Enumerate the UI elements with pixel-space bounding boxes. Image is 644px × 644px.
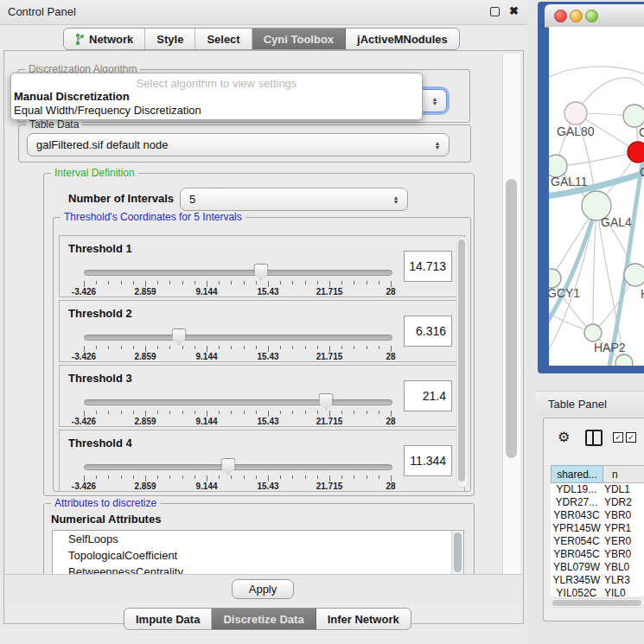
node-partial-h[interactable] xyxy=(624,264,644,286)
threshold-1-slider[interactable]: -3.4262.8599.14415.4321.71528 xyxy=(84,262,391,293)
scrollbar-thumb[interactable] xyxy=(454,532,462,572)
thresholds-group-title: Threshold's Coordinates for 5 Intervals xyxy=(61,211,245,223)
threshold-2-slider[interactable]: -3.4262.8599.14415.4321.71528 xyxy=(84,327,391,358)
dropdown-item-equal-width-frequency[interactable]: Equal Width/Frequency Discretization xyxy=(14,104,201,117)
node-selected-red[interactable] xyxy=(628,142,644,163)
threshold-2-value-field[interactable] xyxy=(404,316,452,347)
table-panel-title: Table Panel xyxy=(548,398,607,411)
table-data-group-title: Table Data xyxy=(26,118,82,131)
threshold-3-slider[interactable]: -3.4262.8599.14415.4321.71528 xyxy=(84,392,391,423)
gear-icon[interactable]: ⚙ xyxy=(558,429,570,445)
scrollbar-thumb[interactable] xyxy=(552,600,641,606)
checkbox-icon[interactable]: ✓ xyxy=(626,432,636,443)
slider-tick-labels: -3.4262.8599.14415.4321.71528 xyxy=(84,417,391,426)
tab-cyni-toolbox[interactable]: Cyni Toolbox xyxy=(252,29,346,49)
node-label: C xyxy=(640,165,644,179)
tab-network-label: Network xyxy=(89,33,133,46)
close-icon[interactable]: ✖ xyxy=(509,4,519,17)
apply-button[interactable]: Apply xyxy=(232,579,294,599)
slider-track xyxy=(84,464,392,470)
threshold-4-slider[interactable]: -3.4262.8599.14415.4321.71528 xyxy=(84,456,391,488)
stepper-icon: ▲▼ xyxy=(430,141,445,150)
threshold-3-panel: Threshold 3 -3.4262.8599.14415.4321.7152… xyxy=(59,365,465,427)
slider-thumb[interactable] xyxy=(172,328,187,345)
tab-jactivemnodules[interactable]: jActiveMNodules xyxy=(346,29,459,49)
float-window-icon[interactable] xyxy=(490,7,500,16)
table-row[interactable]: YLR345WYLR3 xyxy=(551,574,644,587)
node-gcy1[interactable] xyxy=(549,269,561,288)
numerical-attributes-list[interactable]: SelfLoops TopologicalCoefficient Between… xyxy=(52,530,464,574)
algorithm-dropdown-popup: Select algorithm to view settings Manual… xyxy=(10,73,423,120)
thresholds-group: Threshold's Coordinates for 5 Intervals … xyxy=(53,217,471,492)
tab-network[interactable]: Network xyxy=(64,29,145,49)
threshold-1-value-field[interactable] xyxy=(404,251,452,282)
scrollbar-thumb[interactable] xyxy=(458,239,465,481)
cyni-toolbox-panel: Discretization Algorithm ▲▼ Table Data g… xyxy=(3,50,524,624)
right-side: GAL80 G C GAL11 GAL4 GCY1 H HAP2 Table P… xyxy=(536,0,644,644)
settings-viewport: Discretization Algorithm ▲▼ Table Data g… xyxy=(7,54,500,574)
attributes-group: Attributes to discretize Numerical Attri… xyxy=(43,503,475,574)
node-gal80[interactable] xyxy=(564,102,587,124)
table-row[interactable]: YBR043CYBR0 xyxy=(551,509,644,522)
table-data-combo[interactable]: galFiltered.sif default node ▲▼ xyxy=(27,133,450,156)
tab-style[interactable]: Style xyxy=(145,29,195,49)
list-item[interactable]: SelfLoops xyxy=(53,531,463,547)
split-columns-icon[interactable] xyxy=(585,430,603,446)
main-scrollbar[interactable] xyxy=(502,54,520,574)
threshold-3-value-field[interactable] xyxy=(404,380,452,411)
zoom-traffic-light-icon[interactable] xyxy=(585,10,598,22)
table-row[interactable]: YIL052CYIL0 xyxy=(551,587,644,596)
slider-thumb[interactable] xyxy=(220,458,235,475)
slider-thumb[interactable] xyxy=(253,264,268,280)
stepper-icon: ▲▼ xyxy=(388,195,404,204)
list-item[interactable]: TopologicalCoefficient xyxy=(53,547,463,564)
table-row[interactable]: YBR045CYBR0 xyxy=(551,548,644,561)
tab-infer-network[interactable]: Infer Network xyxy=(316,609,411,629)
apply-row: Apply xyxy=(5,574,522,603)
table-panel-body: ⚙ ✓ ✓ shared... n YDL19...YDL1 YDR27...Y… xyxy=(543,418,644,622)
table-row[interactable]: YBL079WYBL0 xyxy=(551,561,644,574)
node-partial-g[interactable] xyxy=(623,105,644,127)
slider-ticks xyxy=(84,279,391,287)
control-panel: Control Panel ✖ Network Style Select Cyn… xyxy=(0,0,527,644)
table-row[interactable]: YPR145WYPR1 xyxy=(551,522,644,535)
list-item[interactable]: BetweennessCentrality xyxy=(53,564,463,574)
node-label: GAL4 xyxy=(601,215,632,229)
dropdown-item-manual-discretization[interactable]: Manual Discretization xyxy=(14,90,130,103)
node-partial-bottom[interactable] xyxy=(615,354,633,366)
network-canvas[interactable]: GAL80 G C GAL11 GAL4 GCY1 H HAP2 xyxy=(549,27,644,366)
slider-ticks xyxy=(84,474,391,481)
attributes-scrollbar[interactable] xyxy=(451,531,463,574)
table-toolbar: ⚙ ✓ ✓ xyxy=(544,427,644,450)
threshold-4-value-field[interactable] xyxy=(404,445,452,476)
column-header-shared-name[interactable]: shared... xyxy=(551,465,603,483)
threshold-4-panel: Threshold 4 -3.4262.8599.14415.4321.7152… xyxy=(59,430,465,492)
checkbox-icon[interactable]: ✓ xyxy=(613,432,623,443)
minimize-traffic-light-icon[interactable] xyxy=(570,10,583,22)
column-header-name[interactable]: n xyxy=(603,465,644,483)
table-header: shared... n xyxy=(551,465,644,483)
tab-discretize-data[interactable]: Discretize Data xyxy=(212,609,316,629)
num-intervals-combo[interactable]: 5 ▲▼ xyxy=(180,188,408,211)
slider-thumb[interactable] xyxy=(319,393,334,410)
stepper-icon: ▲▼ xyxy=(427,97,443,105)
table-row[interactable]: YDL19...YDL1 xyxy=(551,483,644,496)
scrollbar-thumb[interactable] xyxy=(506,179,517,458)
node-hap2[interactable] xyxy=(584,324,602,341)
table-rows: YDL19...YDL1 YDR27...YDR2 YBR043CYBR0 YP… xyxy=(551,483,644,596)
node-label: GAL11 xyxy=(551,175,588,188)
table-row[interactable]: YDR27...YDR2 xyxy=(551,496,644,509)
tab-impute-data[interactable]: Impute Data xyxy=(124,609,212,629)
tab-select[interactable]: Select xyxy=(195,29,252,49)
threshold-2-panel: Threshold 2 -3.4262.8599.14415.4321.7152… xyxy=(59,300,465,362)
close-traffic-light-icon[interactable] xyxy=(554,10,567,22)
dropdown-placeholder: Select algorithm to view settings xyxy=(11,77,422,90)
app-root: Control Panel ✖ Network Style Select Cyn… xyxy=(0,0,644,644)
slider-track xyxy=(84,335,392,341)
slider-ticks xyxy=(84,344,391,352)
table-horizontal-scrollbar[interactable] xyxy=(551,598,644,608)
network-window-titlebar xyxy=(545,4,644,28)
thresholds-scrollbar[interactable] xyxy=(456,237,469,488)
table-row[interactable]: YER054CYER0 xyxy=(551,535,644,548)
num-intervals-label: Number of Intervals xyxy=(68,192,174,205)
